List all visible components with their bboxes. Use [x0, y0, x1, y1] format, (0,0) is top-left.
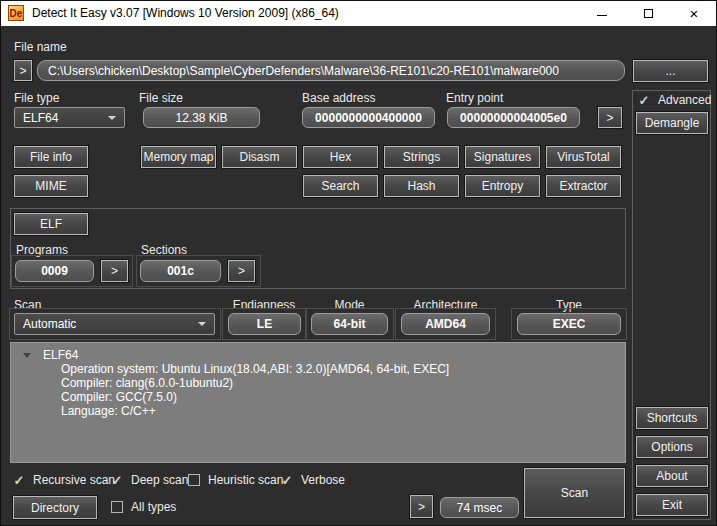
browse-button[interactable]: ... [633, 60, 708, 82]
tool-button-hex[interactable]: Hex [303, 146, 378, 168]
heuristic-scan-checkbox[interactable]: ✓ Heuristic scan [187, 473, 283, 487]
tree-item-compiler-clang[interactable]: Compiler: clang(6.0.0-1ubuntu2) [11, 376, 625, 390]
checkbox-indicator: ✓ [280, 473, 294, 487]
tool-button-mime[interactable]: MIME [14, 175, 88, 197]
scan-time-value: 74 msec [440, 497, 519, 518]
tree-root-label: ELF64 [43, 348, 78, 362]
recursive-scan-label: Recursive scan [33, 473, 115, 487]
sections-count: 001c [140, 260, 221, 282]
minimize-icon [597, 15, 607, 16]
directory-button[interactable]: Directory [13, 496, 97, 519]
sections-view-button[interactable]: > [228, 260, 255, 282]
verbose-checkbox[interactable]: ✓ Verbose [280, 473, 345, 487]
endianness-value: LE [228, 313, 301, 335]
demangle-button[interactable]: Demangle [636, 112, 708, 134]
log-button[interactable]: > [410, 495, 433, 518]
file-type-label: File type [14, 91, 59, 105]
minimize-button[interactable] [579, 0, 625, 26]
architecture-value: AMD64 [401, 313, 490, 335]
close-button[interactable]: × [671, 0, 717, 26]
advanced-checkbox[interactable]: ✓ Advanced [637, 93, 711, 107]
exit-button[interactable]: Exit [636, 494, 708, 516]
base-address-label: Base address [302, 91, 375, 105]
app-icon: De [8, 5, 24, 21]
collapse-arrow-icon[interactable] [23, 353, 31, 358]
tool-button-disasm[interactable]: Disasm [222, 146, 297, 168]
tool-button-file-info[interactable]: File info [14, 146, 88, 168]
tool-button-virustotal[interactable]: VirusTotal [546, 146, 621, 168]
maximize-button[interactable] [625, 0, 671, 26]
tree-root-elf64[interactable]: ELF64 [11, 348, 625, 362]
tool-button-strings[interactable]: Strings [384, 146, 459, 168]
shortcuts-button[interactable]: Shortcuts [636, 407, 708, 429]
all-types-checkbox[interactable]: ✓ All types [110, 500, 176, 514]
tool-button-hash[interactable]: Hash [384, 175, 459, 197]
file-name-label: File name [14, 40, 67, 54]
tree-item-language[interactable]: Language: C/C++ [11, 404, 625, 418]
tool-button-entropy[interactable]: Entropy [465, 175, 540, 197]
scan-method-value: Automatic [23, 317, 76, 331]
recursive-scan-checkbox[interactable]: ✓ Recursive scan [12, 473, 115, 487]
tool-button-search[interactable]: Search [303, 175, 378, 197]
check-icon: ✓ [112, 474, 123, 487]
tool-button-memory-map[interactable]: Memory map [141, 146, 216, 168]
checkbox-indicator: ✓ [637, 93, 651, 107]
chevron-down-icon [108, 116, 116, 120]
tree-item-compiler-gcc[interactable]: Compiler: GCC(7.5.0) [11, 390, 625, 404]
file-type-combo[interactable]: ELF64 [14, 107, 125, 128]
check-icon: ✓ [639, 94, 650, 107]
titlebar[interactable]: De Detect It Easy v3.07 [Windows 10 Vers… [0, 0, 717, 26]
heuristic-scan-label: Heuristic scan [208, 473, 283, 487]
tool-button-signatures[interactable]: Signatures [465, 146, 540, 168]
programs-count: 0009 [15, 260, 94, 282]
advanced-label: Advanced [658, 93, 711, 107]
close-icon: × [690, 6, 699, 21]
deep-scan-label: Deep scan [131, 473, 188, 487]
mode-value: 64-bit [311, 313, 388, 335]
maximize-icon [644, 9, 653, 18]
tool-button-extractor[interactable]: Extractor [546, 175, 621, 197]
elf-type-button[interactable]: ELF [14, 213, 88, 235]
checkbox-indicator: ✓ [110, 473, 124, 487]
entry-point-goto-button[interactable]: > [598, 107, 622, 128]
file-size-value: 12.38 KiB [143, 107, 260, 128]
checkbox-indicator: ✓ [110, 500, 124, 514]
checkbox-indicator: ✓ [12, 473, 26, 487]
about-button[interactable]: About [636, 465, 708, 487]
file-path-input[interactable] [37, 60, 625, 81]
window-title: Detect It Easy v3.07 [Windows 10 Version… [32, 0, 339, 26]
scan-method-combo[interactable]: Automatic [14, 313, 215, 335]
chevron-down-icon [198, 322, 206, 326]
file-type-value: ELF64 [23, 111, 58, 125]
scan-button[interactable]: Scan [524, 468, 625, 518]
checkbox-box-icon [188, 474, 200, 486]
check-icon: ✓ [14, 474, 25, 487]
all-types-label: All types [131, 500, 176, 514]
type-value: EXEC [517, 313, 621, 335]
programs-view-button[interactable]: > [101, 260, 128, 282]
checkbox-box-icon [111, 501, 123, 513]
tree-item-operation-system[interactable]: Operation system: Ubuntu Linux(18.04,ABI… [11, 362, 625, 376]
check-icon: ✓ [282, 474, 293, 487]
scan-results-tree[interactable]: ELF64 Operation system: Ubuntu Linux(18.… [10, 342, 626, 463]
entry-point-label: Entry point [446, 91, 503, 105]
entry-point-value: 00000000004005e0 [447, 107, 580, 128]
options-button[interactable]: Options [636, 436, 708, 458]
base-address-value: 0000000000400000 [302, 107, 435, 128]
file-size-label: File size [139, 91, 183, 105]
checkbox-indicator: ✓ [187, 473, 201, 487]
verbose-label: Verbose [301, 473, 345, 487]
file-open-button[interactable]: > [14, 60, 32, 81]
deep-scan-checkbox[interactable]: ✓ Deep scan [110, 473, 188, 487]
